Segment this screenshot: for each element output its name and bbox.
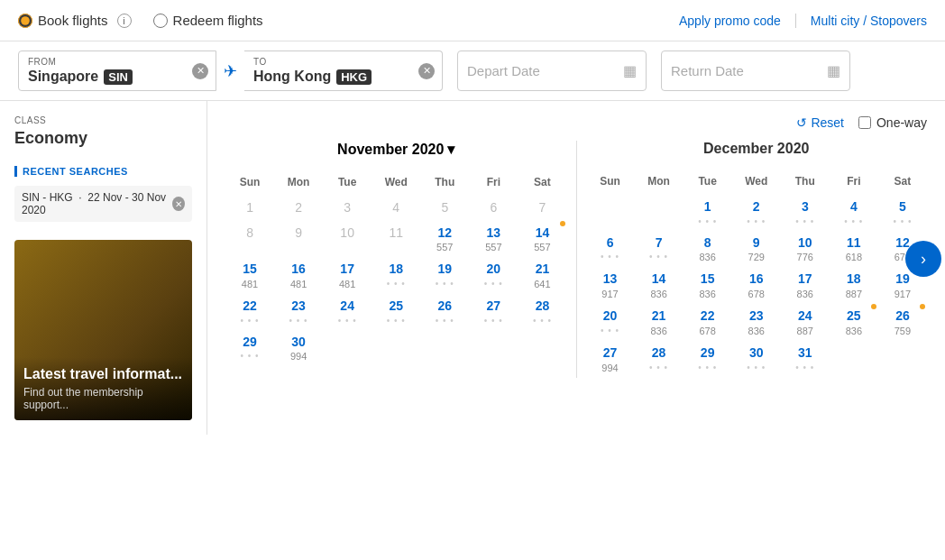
list-item[interactable]: 15481: [225, 257, 274, 294]
list-item[interactable]: 5: [420, 196, 469, 221]
table-row: 15481164811748118• • •19• • •20• • •2164…: [225, 257, 567, 294]
list-item[interactable]: 21836: [635, 304, 684, 341]
list-item[interactable]: 7• • •: [635, 231, 684, 268]
apply-promo-link[interactable]: Apply promo code: [679, 14, 781, 28]
list-item[interactable]: 12557: [420, 221, 469, 258]
list-item[interactable]: 31• • •: [781, 341, 830, 378]
day-number: 24: [783, 308, 828, 326]
list-item[interactable]: 1: [225, 196, 274, 221]
to-clear-button[interactable]: ✕: [418, 63, 435, 79]
list-item[interactable]: 21641: [518, 257, 566, 294]
list-item[interactable]: 13557: [469, 221, 518, 258]
list-item[interactable]: 19• • •: [420, 257, 469, 294]
november-title: November 2020: [337, 142, 444, 158]
list-item[interactable]: 6• • •: [586, 231, 635, 268]
list-item[interactable]: 5• • •: [878, 195, 927, 231]
list-item[interactable]: 9729: [732, 231, 781, 268]
list-item[interactable]: 3: [323, 196, 372, 221]
day-dots: • • •: [471, 316, 516, 326]
list-item[interactable]: 27994: [586, 341, 635, 378]
list-item[interactable]: 20• • •: [469, 257, 518, 294]
list-item[interactable]: 10: [323, 221, 372, 258]
list-item[interactable]: 28• • •: [635, 341, 684, 378]
day-number: 26: [880, 308, 925, 326]
list-item[interactable]: 2: [274, 196, 323, 221]
to-box[interactable]: TO Hong Kong HKG ✕: [244, 50, 443, 91]
list-item[interactable]: 4• • •: [830, 195, 878, 231]
list-item[interactable]: 29• • •: [684, 341, 732, 378]
oneway-checkbox[interactable]: [858, 116, 871, 129]
list-item[interactable]: 23• • •: [274, 294, 323, 330]
list-item[interactable]: 6: [469, 196, 518, 221]
list-item[interactable]: 24• • •: [323, 294, 372, 330]
list-item[interactable]: 27• • •: [469, 294, 518, 330]
list-item: [469, 330, 518, 367]
day-price: 481: [227, 279, 272, 290]
list-item[interactable]: 23836: [732, 304, 781, 341]
list-item[interactable]: 14557: [518, 221, 566, 258]
day-price: 557: [471, 242, 516, 253]
list-item[interactable]: 24887: [781, 304, 830, 341]
day-price: 887: [783, 326, 828, 337]
list-item[interactable]: 18887: [830, 267, 878, 304]
list-item[interactable]: 29• • •: [225, 330, 274, 367]
day-price: 836: [637, 289, 682, 300]
day-number: 16: [276, 261, 321, 279]
november-month-dropdown[interactable]: November 2020 ▾: [337, 141, 454, 158]
redeem-flights-radio[interactable]: Redeem flights: [153, 13, 263, 28]
list-item[interactable]: 9: [274, 221, 323, 258]
day-number: 8: [685, 234, 730, 252]
list-item[interactable]: 25• • •: [372, 294, 420, 330]
recent-item-close-button[interactable]: ✕: [172, 197, 185, 211]
list-item[interactable]: 8836: [684, 231, 732, 268]
depart-date-box[interactable]: Depart Date ▦: [457, 50, 647, 91]
list-item[interactable]: 11: [372, 221, 420, 258]
return-date-box[interactable]: Return Date ▦: [661, 50, 850, 91]
travel-info-card[interactable]: Latest travel informat... Find out the m…: [14, 240, 192, 420]
book-flights-input[interactable]: [18, 14, 32, 28]
list-item[interactable]: 7: [518, 196, 566, 221]
from-box[interactable]: FROM Singapore SIN ✕: [18, 50, 216, 91]
oneway-label: One-way: [876, 115, 927, 130]
info-icon[interactable]: i: [117, 14, 132, 28]
list-item[interactable]: 18• • •: [372, 257, 420, 294]
list-item[interactable]: 20• • •: [586, 304, 635, 341]
list-item[interactable]: 1• • •: [684, 195, 732, 231]
list-item[interactable]: 17481: [323, 257, 372, 294]
list-item[interactable]: 22• • •: [225, 294, 274, 330]
redeem-flights-input[interactable]: [153, 14, 168, 28]
day-dots: • • •: [227, 316, 272, 326]
list-item[interactable]: 16678: [732, 267, 781, 304]
list-item[interactable]: 26759: [878, 304, 927, 341]
list-item[interactable]: 17836: [781, 267, 830, 304]
book-flights-radio[interactable]: Book flights i: [18, 13, 132, 28]
recent-route: SIN - HKG: [22, 191, 73, 204]
list-item[interactable]: 8: [225, 221, 274, 258]
next-month-button[interactable]: ›: [905, 241, 941, 277]
november-grid: Sun Mon Tue Wed Thu Fri Sat 123456789101…: [225, 172, 567, 367]
recent-search-item[interactable]: SIN - HKG · 22 Nov - 30 Nov 2020 ✕: [14, 186, 192, 222]
reset-button[interactable]: ↺ Reset: [796, 115, 844, 130]
list-item[interactable]: 28• • •: [518, 294, 566, 330]
multi-city-link[interactable]: Multi city / Stopovers: [811, 14, 927, 28]
list-item[interactable]: 26• • •: [420, 294, 469, 330]
list-item[interactable]: 14836: [635, 267, 684, 304]
list-item[interactable]: 11618: [830, 231, 878, 268]
day-dots: • • •: [637, 363, 682, 373]
list-item[interactable]: 22678: [684, 304, 732, 341]
list-item[interactable]: 15836: [684, 267, 732, 304]
list-item[interactable]: 2• • •: [732, 195, 781, 231]
list-item[interactable]: 13917: [586, 267, 635, 304]
list-item[interactable]: 16481: [274, 257, 323, 294]
oneway-checkbox-label[interactable]: One-way: [858, 115, 927, 130]
list-item[interactable]: 25836: [830, 304, 878, 341]
calendar-separator: [576, 141, 577, 378]
list-item: [635, 195, 684, 231]
list-item[interactable]: 3• • •: [781, 195, 830, 231]
list-item[interactable]: 4: [372, 196, 420, 221]
list-item[interactable]: 30• • •: [732, 341, 781, 378]
from-clear-button[interactable]: ✕: [192, 63, 208, 79]
day-number: 18: [373, 261, 418, 279]
list-item[interactable]: 30994: [274, 330, 323, 367]
list-item[interactable]: 10776: [781, 231, 830, 268]
